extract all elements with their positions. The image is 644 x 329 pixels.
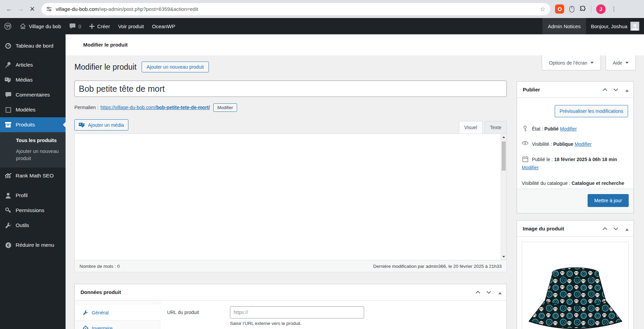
- move-up-icon[interactable]: [602, 227, 608, 231]
- panel-toggle-icon[interactable]: [625, 88, 629, 92]
- browser-profile-avatar[interactable]: J: [596, 4, 606, 14]
- main-content: Modifier le produit Options de l’écran A…: [66, 34, 644, 329]
- sidebar-item-tools[interactable]: Outils: [0, 218, 66, 233]
- site-info-icon[interactable]: [46, 6, 52, 12]
- bookmark-star-icon[interactable]: ☆: [540, 5, 545, 13]
- content-editor[interactable]: [74, 134, 507, 260]
- preview-changes-button[interactable]: Prévisualiser les modifications: [555, 105, 628, 117]
- scroll-down-icon[interactable]: [501, 254, 506, 260]
- update-button[interactable]: Mettre à jour: [588, 194, 629, 207]
- stop-icon[interactable]: ✕: [26, 3, 38, 15]
- site-name-item[interactable]: Village du bob: [16, 18, 65, 34]
- wp-admin-bar: Village du bob 0 Créer Voir produit Ocea…: [0, 18, 644, 34]
- sidebar-item-label: Rank Math SEO: [16, 173, 54, 179]
- publish-title: Publier: [522, 87, 602, 92]
- tab-inventory[interactable]: Inventaire: [75, 321, 160, 329]
- sidebar-item-label: Commentaires: [16, 92, 50, 98]
- tab-general[interactable]: Général: [75, 305, 161, 321]
- sidebar-item-label: Profil: [16, 192, 28, 198]
- scroll-up-icon[interactable]: [501, 134, 506, 140]
- edit-status-link[interactable]: Modifier: [560, 126, 577, 132]
- greeting-label: Bonjour, Joshua: [591, 23, 627, 29]
- editor-statusbar: Nombre de mots : 0 Dernière modification…: [74, 260, 507, 272]
- comments-bubble-icon: [69, 23, 76, 29]
- sidebar-item-rankmath[interactable]: Rank Math SEO: [0, 168, 66, 183]
- wrench-icon: [83, 310, 88, 315]
- visibility-eye-icon: [522, 141, 529, 145]
- panel-toggle-icon[interactable]: [498, 290, 502, 294]
- address-bar[interactable]: village-du-bob.com/wp-admin/post.php?pos…: [41, 3, 550, 15]
- status-label: État :: [532, 126, 543, 132]
- extension-o-icon[interactable]: [555, 4, 564, 14]
- sidebar-item-media[interactable]: Médias: [0, 72, 66, 87]
- submenu-all-products[interactable]: Tous les produits: [16, 136, 66, 145]
- comments-item[interactable]: 0: [65, 18, 85, 34]
- visibility-label: Visibilité :: [532, 141, 552, 147]
- last-modified: Dernière modification par admin366, le 2…: [373, 264, 502, 269]
- edit-published-link[interactable]: Modifier: [522, 165, 539, 170]
- plus-icon: [89, 24, 94, 29]
- status-value: Publié: [544, 126, 559, 132]
- comments-count: 0: [78, 23, 81, 29]
- extensions-puzzle-icon[interactable]: [579, 6, 586, 13]
- chevron-down-icon: [590, 62, 594, 65]
- sidebar-item-permissions[interactable]: Permissions: [0, 203, 66, 218]
- browser-menu-icon[interactable]: ⋮: [610, 8, 617, 10]
- wrench-icon: [4, 222, 12, 229]
- move-up-icon[interactable]: [602, 88, 608, 92]
- back-icon[interactable]: ←: [3, 3, 15, 15]
- new-content-item[interactable]: Créer: [85, 18, 114, 34]
- panel-toggle-icon[interactable]: [625, 227, 629, 231]
- submenu-add-product[interactable]: Ajouter un nouveau produit: [16, 145, 59, 162]
- edit-visibility-link[interactable]: Modifier: [575, 141, 592, 147]
- visibility-value: Publique: [553, 141, 573, 147]
- sidebar-item-comments[interactable]: Commentaires: [0, 87, 66, 102]
- oceanwp-item[interactable]: OceanWP: [148, 18, 179, 34]
- move-down-icon[interactable]: [613, 88, 619, 92]
- view-product-item[interactable]: Voir produit: [114, 18, 148, 34]
- wp-logo-item[interactable]: [0, 18, 16, 34]
- admin-notices-item[interactable]: Admin Notices: [542, 18, 586, 34]
- permalink-url[interactable]: https://village-du-bob.com/bob-petite-te…: [101, 105, 210, 110]
- permalink-label: Permalien :: [74, 105, 99, 110]
- template-icon: [4, 107, 12, 113]
- move-down-icon[interactable]: [613, 227, 619, 231]
- add-media-button[interactable]: Ajouter un média: [74, 119, 128, 131]
- move-down-icon[interactable]: [486, 290, 491, 294]
- mouse-extension-icon[interactable]: [569, 6, 575, 13]
- pushpin-icon: [4, 62, 12, 68]
- publish-footer: Mettre à jour: [517, 189, 633, 213]
- word-count: Nombre de mots : 0: [79, 264, 120, 269]
- create-label: Créer: [97, 23, 110, 29]
- tab-visual[interactable]: Visuel: [459, 121, 483, 134]
- move-up-icon[interactable]: [475, 290, 481, 294]
- help-button[interactable]: Aide: [606, 55, 636, 70]
- add-new-product-button[interactable]: Ajouter un nouveau produit: [142, 62, 209, 72]
- product-title-input[interactable]: [74, 81, 507, 97]
- sidebar-item-dashboard[interactable]: Tableau de bord: [0, 38, 66, 53]
- edit-slug-button[interactable]: Modifier: [213, 103, 237, 112]
- publish-panel: Publier Prévisualiser les modifications …: [517, 81, 634, 213]
- scrollbar-thumb[interactable]: [502, 141, 506, 171]
- sidebar-item-label: Modèles: [16, 107, 36, 113]
- sidebar-item-collapse[interactable]: Réduire le menu: [0, 238, 66, 253]
- account-item[interactable]: Bonjour, Joshua: [586, 18, 644, 34]
- screen-options-label: Options de l’écran: [549, 60, 587, 66]
- sidebar-item-profile[interactable]: Profil: [0, 188, 66, 203]
- status-key-icon: [522, 125, 529, 132]
- screen-options-button[interactable]: Options de l’écran: [542, 55, 601, 70]
- product-image-thumbnail[interactable]: [522, 242, 629, 329]
- sidebar-item-products[interactable]: Produits: [0, 117, 66, 132]
- editor-scrollbar[interactable]: [501, 134, 506, 260]
- home-icon: [20, 23, 26, 29]
- add-media-label: Ajouter un média: [88, 122, 124, 128]
- product-url-input[interactable]: [230, 306, 364, 318]
- sidebar-item-templates[interactable]: Modèles: [0, 102, 66, 117]
- forward-icon[interactable]: →: [15, 3, 26, 15]
- tab-text[interactable]: Texte: [485, 121, 507, 134]
- add-media-icon: [79, 122, 85, 128]
- admin-notices-label: Admin Notices: [548, 23, 581, 29]
- url-domain: village-du-bob.com: [56, 6, 99, 12]
- sidebar-item-posts[interactable]: Articles: [0, 57, 66, 72]
- product-data-panel: Données produit Général Inventaire: [74, 284, 507, 329]
